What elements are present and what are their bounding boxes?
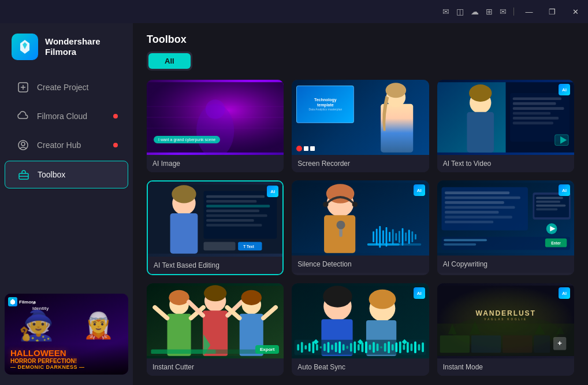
svg-rect-26: [512, 112, 550, 115]
banner-character-right: 🧝: [83, 310, 114, 340]
svg-rect-132: [347, 346, 349, 349]
filmora-badge-icon: [8, 297, 17, 306]
ai-text-editing-label: AI Text Based Editing: [148, 257, 282, 274]
svg-rect-60: [392, 229, 394, 245]
creator-hub-label: Creator Hub: [37, 140, 81, 150]
bell-icon[interactable]: ✉: [500, 7, 507, 16]
creator-hub-icon: [17, 139, 29, 151]
svg-rect-14: [381, 104, 413, 153]
titlebar-separator: [513, 8, 514, 16]
sidebar-item-filmora-cloud[interactable]: Filmora Cloud: [5, 103, 128, 129]
svg-rect-137: [365, 342, 367, 354]
svg-rect-62: [399, 231, 400, 243]
svg-point-99: [204, 285, 226, 301]
svg-rect-65: [408, 230, 410, 244]
ai-copywriting-thumbnail: Enter AI: [437, 180, 574, 256]
create-project-icon: [17, 82, 29, 93]
close-button[interactable]: ✕: [567, 3, 583, 20]
svg-rect-46: [292, 183, 429, 253]
svg-rect-40: [206, 214, 267, 217]
svg-rect-124: [316, 344, 318, 350]
banner-tagline: — Demonic Darkness —: [10, 364, 122, 370]
svg-rect-43: [203, 242, 235, 251]
monitor-icon[interactable]: ◫: [456, 7, 464, 16]
tool-card-silence-detection[interactable]: AI Silence Detection: [292, 180, 429, 275]
svg-rect-75: [445, 206, 515, 209]
svg-rect-142: [384, 343, 386, 351]
sidebar-banner[interactable]: Filmora × Identity 🧙 🧝 HALLOWEEN HORROR …: [5, 294, 128, 375]
svg-rect-66: [412, 231, 414, 242]
sidebar-item-creator-hub[interactable]: Creator Hub: [5, 132, 128, 158]
ai-text-editing-svg: T Text: [148, 182, 282, 257]
filmora-cloud-icon: [17, 110, 29, 122]
cloud-upload-icon[interactable]: ☁: [471, 7, 479, 16]
svg-text:Enter: Enter: [551, 241, 561, 245]
tool-card-screen-recorder[interactable]: Technologytemplate Data Analytics master…: [292, 80, 429, 172]
tool-card-ai-copywriting[interactable]: Enter AI AI Copywriting: [437, 180, 574, 275]
svg-rect-67: [415, 234, 416, 239]
send-icon[interactable]: ✉: [442, 7, 449, 16]
svg-text:VAGLAS KOGLIE: VAGLAS KOGLIE: [484, 318, 527, 321]
logo-brand: Wondershare: [45, 36, 101, 47]
svg-point-51: [352, 202, 358, 207]
logo-product: Filmora: [45, 47, 101, 57]
svg-rect-42: [206, 224, 262, 227]
ai-text-editing-badge: AI: [267, 186, 278, 197]
svg-point-33: [172, 185, 196, 203]
tool-card-ai-text-video[interactable]: AI AI Text to Video: [437, 80, 574, 172]
tool-card-auto-beat-sync[interactable]: AI Auto Beat Sync: [292, 283, 429, 376]
screen-recorder-label: Screen Recorder: [292, 155, 429, 172]
svg-rect-57: [382, 230, 384, 243]
svg-rect-28: [512, 121, 553, 124]
plus-square-icon: [17, 82, 29, 93]
ai-copywriting-ai-badge: AI: [559, 184, 570, 196]
svg-rect-144: [392, 344, 394, 350]
auto-beat-sync-label: Auto Beat Sync: [292, 358, 429, 376]
svg-point-104: [241, 290, 262, 305]
svg-rect-63: [402, 228, 404, 246]
user-circle-icon: [17, 139, 29, 151]
svg-rect-128: [332, 345, 334, 350]
tool-card-instant-mode[interactable]: WANDERLUST VAGLAS KOGLIE: [437, 283, 574, 376]
svg-rect-74: [445, 201, 504, 204]
svg-rect-21: [467, 112, 494, 153]
svg-rect-149: [411, 343, 413, 351]
svg-rect-82: [536, 201, 560, 203]
minimize-button[interactable]: —: [521, 3, 537, 20]
tool-card-instant-cutter[interactable]: Export Instant Cutter: [147, 283, 284, 376]
svg-point-20: [469, 84, 492, 102]
svg-rect-69: [367, 243, 400, 246]
banner-line2: HORROR PERFECTION!: [10, 358, 122, 364]
svg-rect-76: [445, 211, 498, 214]
svg-rect-61: [396, 233, 397, 240]
ai-text-video-svg: [437, 80, 574, 155]
filmora-cloud-label: Filmora Cloud: [37, 112, 87, 121]
slide-title: Technologytemplate: [314, 98, 337, 108]
tab-all[interactable]: All: [148, 53, 191, 69]
svg-rect-24: [512, 102, 556, 105]
sidebar-item-create-project[interactable]: Create Project: [5, 74, 128, 101]
toolbox-icon: [18, 169, 29, 180]
tool-card-ai-text-editing[interactable]: T Text AI AI Text Based Editing: [147, 180, 284, 275]
svg-rect-133: [350, 343, 352, 351]
cloud-icon: [17, 110, 29, 122]
instant-mode-label: Instant Mode: [437, 358, 574, 376]
logo-text: Wondershare Filmora: [45, 36, 101, 57]
screen-recorder-thumbnail: Technologytemplate Data Analytics master…: [292, 80, 429, 155]
svg-point-13: [206, 99, 225, 119]
instant-cutter-label: Instant Cutter: [147, 358, 284, 376]
title-bar: ✉ ◫ ☁ ⊞ ✉ — ❐ ✕: [0, 0, 588, 23]
toolbox-label: Toolbox: [38, 170, 65, 179]
svg-point-15: [386, 88, 406, 108]
grid-icon[interactable]: ⊞: [486, 7, 493, 16]
svg-rect-37: [206, 200, 256, 203]
svg-rect-163: [471, 335, 501, 353]
sidebar-item-toolbox[interactable]: Toolbox: [5, 161, 128, 188]
tool-card-ai-image[interactable]: I want a grand cyberpunk scene AI Image: [147, 80, 284, 172]
svg-rect-127: [328, 342, 330, 353]
ai-copywriting-svg: Enter: [437, 180, 574, 256]
svg-point-94: [169, 290, 189, 305]
svg-rect-89: [444, 243, 476, 246]
restore-button[interactable]: ❐: [544, 3, 560, 20]
rec-controls: [296, 146, 315, 151]
